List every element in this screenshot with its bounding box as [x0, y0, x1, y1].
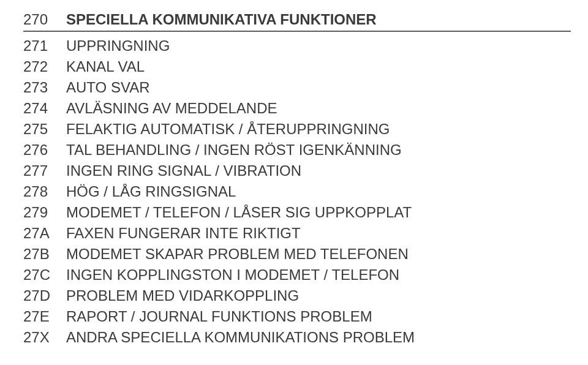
row-code: 278 [23, 183, 66, 200]
table-row: 27E RAPORT / JOURNAL FUNKTIONS PROBLEM [23, 306, 571, 327]
row-text: AVLÄSNING AV MEDDELANDE [66, 100, 571, 117]
row-text: UPPRINGNING [66, 37, 571, 55]
row-code: 272 [23, 58, 66, 75]
row-text: PROBLEM MED VIDARKOPPLING [66, 287, 571, 304]
table-row: 274 AVLÄSNING AV MEDDELANDE [23, 98, 571, 119]
row-code: 274 [23, 100, 66, 117]
row-code: 27E [23, 308, 66, 325]
row-text: RAPORT / JOURNAL FUNKTIONS PROBLEM [66, 308, 571, 325]
table-row: 272 KANAL VAL [23, 56, 571, 77]
row-text: AUTO SVAR [66, 79, 571, 96]
row-text: FAXEN FUNGERAR INTE RIKTIGT [66, 225, 571, 242]
table-row: 276 TAL BEHANDLING / INGEN RÖST IGENKÄNN… [23, 140, 571, 160]
row-code: 27C [23, 266, 66, 284]
table-row: 275 FELAKTIG AUTOMATISK / ÅTERUPPRINGNIN… [23, 119, 571, 140]
table-row: 27A FAXEN FUNGERAR INTE RIKTIGT [23, 223, 571, 244]
table-row: 279 MODEMET / TELEFON / LÅSER SIG UPPKOP… [23, 202, 571, 223]
header-title: SPECIELLA KOMMUNIKATIVA FUNKTIONER [66, 11, 571, 28]
table-row: 27X ANDRA SPECIELLA KOMMUNIKATIONS PROBL… [23, 327, 571, 348]
row-text: KANAL VAL [66, 58, 571, 75]
table-row: 278 HÖG / LÅG RINGSIGNAL [23, 181, 571, 202]
row-code: 279 [23, 204, 66, 221]
row-text: ANDRA SPECIELLA KOMMUNIKATIONS PROBLEM [66, 329, 571, 346]
row-text: FELAKTIG AUTOMATISK / ÅTERUPPRINGNING [66, 121, 571, 138]
row-code: 27B [23, 246, 66, 263]
table-row: 27B MODEMET SKAPAR PROBLEM MED TELEFONEN [23, 244, 571, 265]
row-text: INGEN KOPPLINGSTON I MODEMET / TELEFON [66, 266, 571, 284]
row-text: INGEN RING SIGNAL / VIBRATION [66, 162, 571, 179]
row-text: MODEMET / TELEFON / LÅSER SIG UPPKOPPLAT [66, 204, 571, 221]
table-row: 271 UPPRINGNING [23, 36, 571, 56]
table-row: 27C INGEN KOPPLINGSTON I MODEMET / TELEF… [23, 265, 571, 285]
row-text: HÖG / LÅG RINGSIGNAL [66, 183, 571, 200]
row-code: 275 [23, 121, 66, 138]
table-row: 27D PROBLEM MED VIDARKOPPLING [23, 285, 571, 306]
row-code: 277 [23, 162, 66, 179]
row-code: 27X [23, 329, 66, 346]
table-row: 277 INGEN RING SIGNAL / VIBRATION [23, 160, 571, 181]
row-code: 27D [23, 287, 66, 304]
code-table: 270 SPECIELLA KOMMUNIKATIVA FUNKTIONER 2… [23, 11, 571, 348]
row-code: 273 [23, 79, 66, 96]
row-text: TAL BEHANDLING / INGEN RÖST IGENKÄNNING [66, 141, 571, 159]
row-code: 271 [23, 37, 66, 55]
row-code: 27A [23, 225, 66, 242]
row-text: MODEMET SKAPAR PROBLEM MED TELEFONEN [66, 246, 571, 263]
table-header-row: 270 SPECIELLA KOMMUNIKATIVA FUNKTIONER [23, 11, 571, 32]
table-row: 273 AUTO SVAR [23, 77, 571, 98]
header-code: 270 [23, 11, 66, 28]
row-code: 276 [23, 141, 66, 159]
